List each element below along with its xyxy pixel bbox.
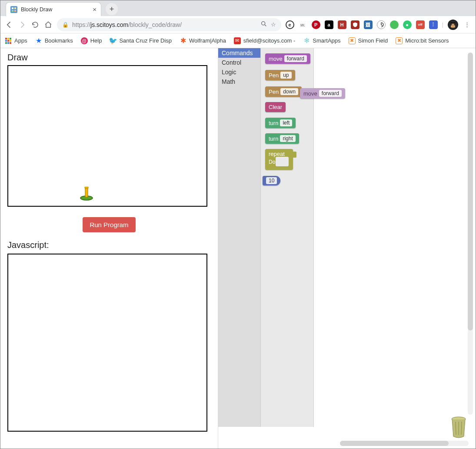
extension-4-icon[interactable]: a — [325, 20, 333, 29]
block-clear[interactable]: Clear — [265, 102, 286, 112]
bookmark-item[interactable]: ❄ SmartApps — [303, 37, 340, 44]
blockly-toolbox: CommandsControlLogicMath — [218, 48, 261, 427]
svg-rect-1 — [10, 6, 17, 13]
bookmark-label: Simon Field — [358, 37, 388, 44]
apps-grid-icon — [5, 37, 12, 44]
bookmark-label: Santa Cruz Fire Disp — [119, 37, 172, 44]
draw-canvas[interactable] — [7, 65, 207, 207]
svg-rect-2 — [12, 7, 13, 9]
browser-tabstrip: Blockly Draw × + — [0, 0, 476, 16]
javascript-heading: Javascript: — [7, 240, 211, 250]
blockly-workspace[interactable]: moveforward — [314, 48, 476, 427]
extension-7-icon[interactable]: 🖼 — [364, 20, 373, 29]
bookmark-item[interactable]: ✖ Simon Field — [349, 37, 388, 44]
svg-rect-4 — [12, 10, 13, 12]
block-pen[interactable]: Penup — [265, 70, 295, 80]
block-number[interactable]: 10 — [263, 176, 280, 185]
tab-favicon — [10, 6, 17, 13]
javascript-output — [7, 254, 207, 432]
svg-rect-19 — [10, 42, 11, 44]
bookmark-item[interactable]: ★ Bookmarks — [35, 37, 73, 44]
help-icon: @ — [81, 37, 88, 44]
svg-rect-11 — [5, 38, 7, 40]
url-text: https://js.scitoys.com/blockly_code/draw… — [72, 21, 257, 28]
blockly-pane: CommandsControlLogicMath moveforwardPenu… — [218, 48, 476, 449]
blockly-flyout: moveforwardPenupPendownClearturnleftturn… — [261, 48, 314, 427]
svg-rect-22 — [85, 187, 88, 188]
vertical-scrollbar[interactable] — [468, 53, 473, 415]
browser-tab[interactable]: Blockly Draw × — [6, 2, 101, 16]
svg-rect-17 — [5, 42, 7, 44]
toolbox-category-control[interactable]: Control — [218, 58, 260, 67]
svg-rect-18 — [7, 42, 9, 44]
block-repeat[interactable]: repeatDo — [265, 149, 293, 170]
toolbox-category-logic[interactable]: Logic — [218, 67, 260, 77]
home-button[interactable] — [44, 20, 53, 29]
lock-icon: 🔒 — [62, 22, 69, 28]
xampp-icon: ✖ — [349, 37, 356, 44]
bookmark-label: Micro:bit Sensors — [405, 37, 449, 44]
reload-button[interactable] — [31, 20, 40, 29]
extension-8-icon[interactable] — [377, 20, 386, 29]
extension-10-icon[interactable]: ● — [403, 20, 412, 29]
extension-1-icon[interactable]: e — [286, 20, 294, 29]
xampp-icon: ✖ — [396, 37, 403, 44]
smartapps-icon: ❄ — [303, 37, 310, 44]
bookmark-label: Wolfram|Alpha — [189, 37, 226, 44]
bookmark-item[interactable]: @ Help — [81, 37, 102, 44]
extension-11-icon[interactable]: off — [416, 20, 425, 29]
page-content: Draw Run Program Javascript: CommandsCon… — [0, 48, 476, 449]
extension-12-icon[interactable]: ⋮ — [429, 20, 438, 29]
svg-rect-14 — [5, 40, 7, 42]
bookmark-label: SmartApps — [313, 37, 340, 44]
svg-rect-3 — [14, 7, 16, 9]
bookmark-label: Apps — [14, 37, 27, 44]
browser-menu-icon[interactable]: ⋮ — [463, 20, 471, 29]
pinterest-extension-icon[interactable]: P — [312, 20, 320, 29]
block-turn[interactable]: turnleft — [265, 118, 296, 128]
ublock-extension-icon[interactable] — [351, 20, 359, 29]
star-bookmark-icon[interactable]: ☆ — [271, 21, 276, 28]
forward-button — [18, 20, 27, 29]
block-pen[interactable]: Pendown — [265, 86, 302, 97]
svg-point-6 — [261, 22, 265, 25]
svg-rect-13 — [10, 38, 11, 40]
extension-2-icon[interactable]: w. — [299, 20, 307, 29]
back-button[interactable] — [5, 20, 13, 29]
tab-title: Blockly Draw — [21, 7, 52, 13]
block-move[interactable]: moveforward — [300, 88, 345, 99]
bookmark-item[interactable]: 🐦 Santa Cruz Fire Disp — [110, 37, 172, 44]
block-turn[interactable]: turnright — [265, 133, 299, 144]
toolbox-category-commands[interactable]: Commands — [218, 48, 260, 58]
bookmark-item[interactable]: ✱ Wolfram|Alpha — [180, 37, 226, 44]
toolbox-category-math[interactable]: Math — [218, 77, 260, 86]
horizontal-scrollbar[interactable] — [340, 441, 469, 446]
svg-rect-15 — [7, 40, 9, 42]
tab-close-icon[interactable]: × — [93, 6, 97, 13]
svg-rect-12 — [7, 38, 9, 40]
svg-rect-16 — [10, 40, 11, 42]
extension-9-icon[interactable] — [390, 20, 399, 29]
trash-icon[interactable] — [449, 416, 468, 438]
bookmarks-bar: Apps ★ Bookmarks @ Help 🐦 Santa Cruz Fir… — [0, 33, 476, 48]
block-move[interactable]: moveforward — [265, 53, 310, 64]
left-panel: Draw Run Program Javascript: — [0, 48, 218, 449]
svg-rect-10 — [450, 22, 456, 23]
profile-avatar[interactable] — [448, 20, 458, 30]
wolfram-icon: ✱ — [180, 37, 186, 44]
extension-5-icon[interactable]: H — [338, 20, 346, 29]
new-tab-button[interactable]: + — [106, 3, 118, 15]
gmail-icon: ✉ — [234, 37, 241, 44]
address-bar[interactable]: 🔒 https://js.scitoys.com/blockly_code/dr… — [57, 18, 281, 31]
turtle-icon — [79, 187, 94, 202]
bookmark-item[interactable]: ✉ sfield@scitoys.com - — [234, 37, 295, 44]
svg-rect-21 — [85, 188, 88, 197]
bookmark-item[interactable]: ✖ Micro:bit Sensors — [396, 37, 449, 44]
twitter-icon: 🐦 — [110, 37, 117, 44]
run-program-button[interactable]: Run Program — [83, 217, 135, 232]
draw-heading: Draw — [7, 53, 211, 63]
apps-shortcut[interactable]: Apps — [5, 37, 27, 44]
search-in-page-icon[interactable] — [260, 20, 267, 29]
bookmark-label: Help — [90, 37, 102, 44]
browser-toolbar: 🔒 https://js.scitoys.com/blockly_code/dr… — [0, 16, 476, 33]
